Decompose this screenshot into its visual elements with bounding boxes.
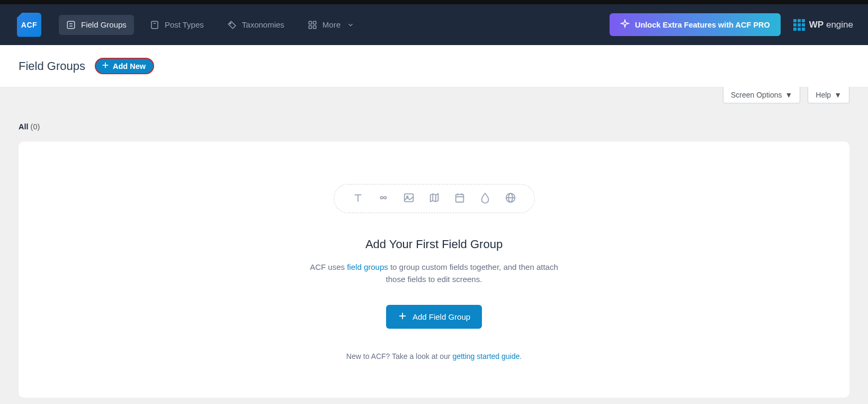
tab-label: Help xyxy=(816,91,831,99)
footer-hint: New to ACF? Take a look at our getting s… xyxy=(40,352,828,361)
admin-bar-strip xyxy=(0,0,868,4)
nav-label: Taxonomies xyxy=(242,20,284,29)
nav-field-groups[interactable]: Field Groups xyxy=(59,15,134,35)
wpengine-logo[interactable]: WP engine xyxy=(793,19,853,31)
svg-rect-7 xyxy=(313,21,316,24)
page-header: Field Groups Add New xyxy=(0,45,868,87)
tab-label: Screen Options xyxy=(731,91,782,99)
nav-label: Field Groups xyxy=(81,20,127,29)
text-icon xyxy=(352,192,364,205)
empty-state-card: Add Your First Field Group ACF uses fiel… xyxy=(19,142,849,398)
getting-started-link[interactable]: getting started guide xyxy=(452,352,520,361)
add-new-button[interactable]: Add New xyxy=(95,58,154,74)
nav-taxonomies[interactable]: Taxonomies xyxy=(220,15,292,35)
plus-icon xyxy=(101,61,110,71)
svg-rect-3 xyxy=(151,21,158,29)
plus-icon xyxy=(398,311,407,322)
add-field-group-button[interactable]: Add Field Group xyxy=(386,305,482,329)
acf-logo[interactable]: ACF xyxy=(17,13,41,37)
nav-more[interactable]: More xyxy=(300,15,363,35)
globe-icon xyxy=(505,192,516,205)
hint-post: . xyxy=(520,352,522,361)
icon-pill xyxy=(334,184,535,213)
svg-rect-0 xyxy=(67,21,75,29)
unlock-label: Unlock Extra Features with ACF PRO xyxy=(635,21,770,29)
sparkle-icon xyxy=(620,19,630,30)
grid-icon xyxy=(308,20,317,30)
page-title: Field Groups xyxy=(19,59,85,73)
svg-rect-17 xyxy=(455,195,463,203)
list-icon xyxy=(66,20,76,30)
screen-tabs: Screen Options ▼ Help ▼ xyxy=(0,87,868,103)
hint-pre: New to ACF? Take a look at our xyxy=(346,352,453,361)
tag-icon xyxy=(227,20,237,30)
droplet-icon xyxy=(479,192,491,205)
triangle-down-icon: ▼ xyxy=(785,91,792,99)
calendar-icon xyxy=(454,192,466,205)
nav-label: More xyxy=(323,20,341,29)
field-groups-link[interactable]: field groups xyxy=(347,262,388,271)
svg-rect-6 xyxy=(309,21,311,24)
screen-options-tab[interactable]: Screen Options ▼ xyxy=(723,87,800,103)
nav-right: Unlock Extra Features with ACF PRO WP en… xyxy=(610,13,853,36)
wpengine-text: WP engine xyxy=(809,20,853,30)
unlock-pro-button[interactable]: Unlock Extra Features with ACF PRO xyxy=(610,13,781,36)
content-area: All (0) Add Y xyxy=(0,103,868,404)
image-icon xyxy=(403,192,415,205)
filter-all[interactable]: All (0) xyxy=(19,122,849,131)
map-icon xyxy=(428,192,440,205)
post-icon xyxy=(150,20,159,30)
desc-post: to group custom fields together, and the… xyxy=(386,262,558,284)
svg-rect-8 xyxy=(309,25,311,28)
filter-count: (0) xyxy=(31,122,40,131)
squares-icon xyxy=(793,19,805,31)
infinity-icon xyxy=(378,192,389,205)
triangle-down-icon: ▼ xyxy=(834,91,842,99)
desc-pre: ACF uses xyxy=(310,262,347,271)
button-label: Add Field Group xyxy=(413,312,470,321)
add-new-label: Add New xyxy=(113,62,146,71)
top-nav: ACF Field Groups Post Types Taxonomies M… xyxy=(0,4,868,45)
nav-label: Post Types xyxy=(165,20,204,29)
svg-point-5 xyxy=(230,22,231,23)
nav-post-types[interactable]: Post Types xyxy=(142,15,211,35)
nav-items: Field Groups Post Types Taxonomies More xyxy=(59,15,363,35)
filter-label: All xyxy=(19,122,29,131)
help-tab[interactable]: Help ▼ xyxy=(808,87,849,103)
chevron-down-icon xyxy=(346,20,355,30)
svg-rect-9 xyxy=(313,25,316,28)
empty-heading: Add Your First Field Group xyxy=(40,238,828,251)
empty-description: ACF uses field groups to group custom fi… xyxy=(310,261,559,286)
